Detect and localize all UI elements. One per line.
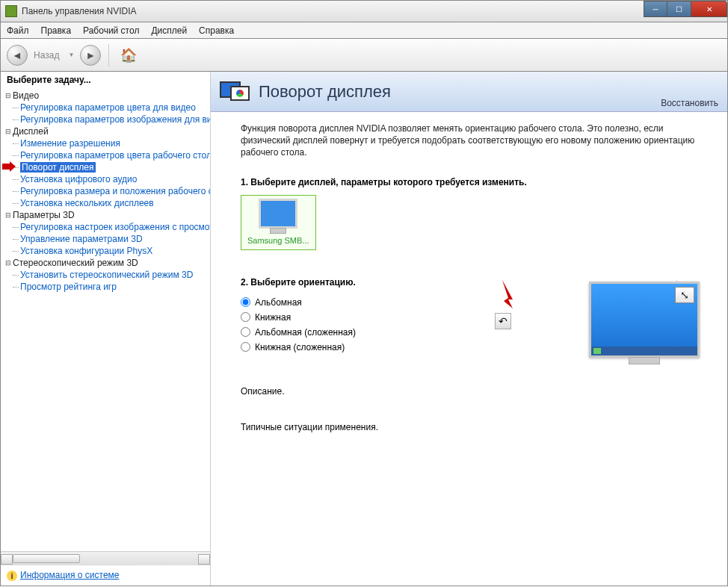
expander-icon[interactable]: ⊟ [4,211,13,219]
tree-leaf[interactable]: Установка конфигурации PhysX [4,245,210,257]
menu-edit[interactable]: Правка [41,25,72,36]
back-label: Назад [34,50,59,60]
tree-leaf[interactable]: Регулировка настроек изображения с просм… [4,221,210,233]
restore-link[interactable]: Восстановить [661,98,718,108]
preview-rotate-icon: ⤡ [675,287,694,303]
tree-leaf[interactable]: Регулировка размера и положения рабочего… [4,185,210,197]
radio-input[interactable] [241,312,250,322]
toolbar: ◄ Назад ▼ ► 🏠 [0,39,728,72]
tree-leaf[interactable]: Регулировка параметров изображения для в… [4,114,210,125]
expander-icon[interactable]: ⊟ [4,92,13,99]
pointer-arrow-icon [2,161,16,172]
system-info-link[interactable]: iИнформация о системе [1,565,210,586]
rotate-display-icon [220,78,251,105]
scrollbar-thumb[interactable] [13,554,80,563]
menu-bar: Файл Правка Рабочий стол Дисплей Справка [0,22,728,39]
display-name: Samsung SMB... [247,236,309,245]
rotate-ccw-button[interactable]: ↶ [495,313,511,329]
nvidia-icon [5,5,17,17]
info-icon: i [7,571,17,581]
tree-leaf[interactable]: Установка нескольких дисплеев [4,197,210,209]
menu-help[interactable]: Справка [199,25,234,36]
task-label: Выберите задачу... [1,72,210,88]
preview-monitor-icon: ⤡ [589,282,700,358]
radio-input[interactable] [241,327,250,337]
task-tree: ⊟Видео Регулировка параметров цвета для … [1,88,210,551]
home-button[interactable]: 🏠 [117,45,141,66]
forward-button[interactable]: ► [80,45,101,66]
window-title: Панель управления NVIDIA [22,6,137,16]
title-bar: Панель управления NVIDIA ─ ☐ ✕ [0,0,728,22]
tree-group-display[interactable]: ⊟Дисплей [4,125,210,137]
step1-title: 1. Выберите дисплей, параметры которого … [241,177,712,187]
toolbar-separator [108,44,109,66]
back-dropdown-icon[interactable]: ▼ [68,52,74,58]
monitor-icon [259,199,297,229]
tree-group-video[interactable]: ⊟Видео [4,90,210,102]
tree-group-3d[interactable]: ⊟Параметры 3D [4,209,210,221]
display-item[interactable]: Samsung SMB... [241,195,316,250]
tree-leaf[interactable]: Изменение разрешения [4,137,210,149]
tree-leaf[interactable]: Просмотр рейтинга игр [4,281,210,293]
sidebar: Выберите задачу... ⊟Видео Регулировка па… [1,72,211,586]
intro-text: Функция поворота дисплея NVIDIA позволяе… [241,122,712,159]
tree-leaf[interactable]: Установить стереоскопический режим 3D [4,269,210,281]
description-label: Описание. [241,386,712,397]
back-button[interactable]: ◄ [7,45,28,66]
orientation-preview: ⤡ [555,282,728,358]
annotation-arrow-icon [498,279,517,308]
expander-icon[interactable]: ⊟ [4,259,13,267]
menu-desktop[interactable]: Рабочий стол [83,25,139,36]
tree-leaf[interactable]: Управление параметрами 3D [4,233,210,245]
maximize-button[interactable]: ☐ [667,1,691,17]
typical-use-label: Типичные ситуации применения. [241,422,712,432]
content-pane: Поворот дисплея Восстановить Функция пов… [211,72,727,586]
tree-leaf[interactable]: Установка цифрового аудио [4,173,210,185]
tree-leaf-selected[interactable]: Поворот дисплея [4,161,210,173]
expander-icon[interactable]: ⊟ [4,128,13,135]
minimize-button[interactable]: ─ [644,1,667,17]
tree-leaf[interactable]: Регулировка параметров цвета рабочего ст… [4,149,210,161]
radio-input[interactable] [241,342,250,352]
tree-group-stereo[interactable]: ⊟Стереоскопический режим 3D [4,257,210,269]
page-header: Поворот дисплея Восстановить [211,72,727,112]
menu-file[interactable]: Файл [7,25,29,36]
menu-display[interactable]: Дисплей [151,25,187,36]
radio-input[interactable] [241,297,250,307]
close-button[interactable]: ✕ [691,1,727,17]
tree-leaf[interactable]: Регулировка параметров цвета для видео [4,102,210,114]
horizontal-scrollbar[interactable] [1,551,210,565]
page-title: Поворот дисплея [259,82,391,102]
